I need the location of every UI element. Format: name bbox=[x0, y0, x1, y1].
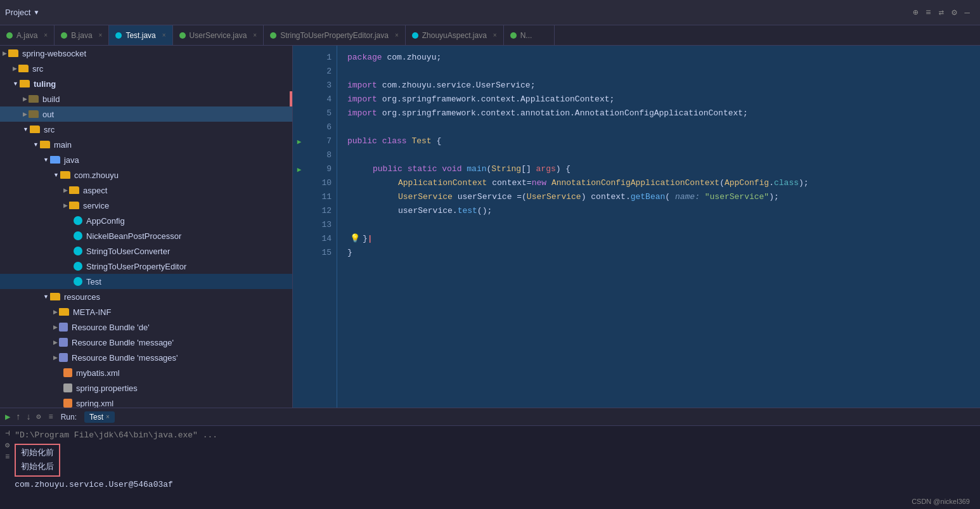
sidebar-label-spring-xml: spring.xml bbox=[76, 399, 113, 408]
tab-close-zhouyu-aspect[interactable]: × bbox=[493, 32, 497, 39]
sidebar-item-aspect[interactable]: ▶ aspect bbox=[0, 183, 292, 198]
line-numbers: 1 2 3 4 5 6 7 8 9 10 11 12 13 14 15 bbox=[306, 46, 337, 408]
bottom-content: ⊣ ⚙ ≡ "D:\Program File\jdk\64\bin\java.e… bbox=[0, 426, 980, 509]
sidebar-item-nickelbean[interactable]: NickelBeanPostProcessor bbox=[0, 228, 292, 243]
filter2-icon[interactable]: ≡ bbox=[5, 453, 10, 461]
tab-test-java[interactable]: Test.java × bbox=[109, 25, 172, 45]
tab-icon-string-editor bbox=[270, 32, 276, 39]
bottom-settings-icon[interactable]: ⚙ bbox=[5, 441, 10, 450]
sidebar-item-build[interactable]: ▶ build bbox=[0, 91, 292, 106]
code-line-13 bbox=[347, 218, 970, 232]
sidebar-label-spring-websocket: spring-websocket bbox=[22, 49, 86, 58]
bundle-icon-messages bbox=[59, 353, 68, 362]
sidebar-item-main[interactable]: ▼ main bbox=[0, 137, 292, 152]
xml-icon-spring bbox=[63, 399, 72, 408]
filter-icon[interactable]: ≡ bbox=[48, 413, 53, 422]
props-icon-spring bbox=[63, 383, 72, 392]
file-icon-nickelbean bbox=[74, 231, 82, 240]
settings-icon[interactable]: ⚙ bbox=[951, 7, 957, 18]
project-dropdown-icon[interactable]: ▼ bbox=[33, 9, 39, 16]
sidebar-item-test[interactable]: Test bbox=[0, 274, 292, 289]
run-icon-line9[interactable]: ▶ bbox=[297, 162, 302, 176]
editor-tab-bar: A.java × B.java × Test.java × UserServic… bbox=[0, 25, 980, 46]
sidebar-item-resources[interactable]: ▼ resources bbox=[0, 289, 292, 304]
tab-userservice-java[interactable]: UserService.java × bbox=[173, 25, 264, 45]
scroll-up-icon[interactable]: ↑ bbox=[15, 412, 20, 422]
folder-icon-comzhouyu bbox=[60, 171, 70, 179]
tab-close-string-editor[interactable]: × bbox=[395, 32, 399, 39]
bottom-tab-test[interactable]: Test × bbox=[84, 411, 115, 423]
tab-a-java[interactable]: A.java × bbox=[0, 25, 55, 45]
tab-icon-more bbox=[510, 32, 517, 39]
tab-icon-zhouyu-aspect bbox=[412, 32, 418, 39]
tab-icon-userservice-java bbox=[179, 32, 186, 39]
file-icon-stringtouserpropertyeditor bbox=[74, 262, 82, 271]
code-line-9: public static void main(String[] args) { bbox=[347, 162, 970, 176]
file-icon-test bbox=[74, 277, 82, 286]
sidebar-label-com-zhouyu: com.zhouyu bbox=[74, 171, 119, 180]
chevron-icon: ▶ bbox=[23, 111, 27, 117]
chevron-icon: ▼ bbox=[13, 81, 18, 87]
run-icon-line7[interactable]: ▶ bbox=[297, 134, 302, 148]
sidebar-item-spring-websocket[interactable]: ▶ spring-websocket bbox=[0, 46, 292, 61]
code-editor[interactable]: ▶ ▶ 1 2 3 4 5 6 7 8 9 10 11 12 bbox=[293, 46, 980, 408]
sidebar-item-meta-inf[interactable]: ▶ META-INF bbox=[0, 304, 292, 319]
list-icon[interactable]: ≡ bbox=[925, 8, 931, 18]
settings-icon[interactable]: ⚙ bbox=[36, 412, 41, 422]
sidebar-item-spring-props[interactable]: spring.properties bbox=[0, 380, 292, 396]
sidebar-label-nickelbean: NickelBeanPostProcessor bbox=[86, 231, 181, 241]
add-icon[interactable]: ⊕ bbox=[913, 7, 918, 18]
tab-close-b-java[interactable]: × bbox=[99, 32, 103, 39]
tab-b-java[interactable]: B.java × bbox=[55, 25, 109, 45]
tab-close-a-java[interactable]: × bbox=[44, 32, 48, 39]
sidebar-item-mybatis-xml[interactable]: mybatis.xml bbox=[0, 365, 292, 380]
sidebar-item-bundle-de[interactable]: ▶ Resource Bundle 'de' bbox=[0, 319, 292, 335]
sidebar-item-spring-xml[interactable]: spring.xml bbox=[0, 396, 292, 408]
scroll-down-icon[interactable]: ↓ bbox=[26, 412, 31, 422]
code-line-4: import org.springframework.context.Appli… bbox=[347, 93, 970, 106]
sidebar-item-tuling[interactable]: ▼ tuling bbox=[0, 76, 292, 91]
tab-more[interactable]: N... bbox=[504, 25, 555, 45]
bottom-left-icons: ⊣ ⚙ ≡ bbox=[5, 428, 10, 506]
folder-icon-out bbox=[29, 110, 39, 118]
folder-icon-aspect bbox=[69, 186, 79, 194]
sidebar-item-src-root[interactable]: ▶ src bbox=[0, 61, 292, 76]
folder-icon-java bbox=[50, 156, 60, 164]
folder-icon-src2 bbox=[30, 126, 40, 133]
chevron-icon: ▶ bbox=[23, 96, 27, 102]
tab-zhouyu-aspect[interactable]: ZhouyuAspect.java × bbox=[406, 25, 504, 45]
tab-stringtouserpropertyeditor[interactable]: StringToUserPropertyEditor.java × bbox=[264, 25, 406, 45]
code-line-10: ApplicationContext context=new Annotatio… bbox=[347, 176, 970, 190]
folder-icon-main bbox=[40, 141, 50, 148]
sidebar-item-stringtouserpropertyeditor[interactable]: StringToUserPropertyEditor bbox=[0, 259, 292, 274]
tab-close-test-java[interactable]: × bbox=[162, 32, 166, 39]
code-line-8 bbox=[347, 148, 970, 162]
left-panel-icon[interactable]: ⊣ bbox=[5, 428, 10, 438]
code-line-1: package com.zhouyu; bbox=[347, 51, 970, 65]
output-line-2: 初始化后 bbox=[21, 460, 54, 474]
project-title[interactable]: Project ▼ bbox=[5, 8, 39, 17]
chevron-icon: ▼ bbox=[43, 293, 49, 300]
sidebar-item-stringtouserconverter[interactable]: StringToUserConverter bbox=[0, 243, 292, 259]
folder-icon-build bbox=[29, 95, 39, 103]
sidebar-item-service[interactable]: ▶ service bbox=[0, 198, 292, 213]
lightbulb-icon[interactable]: 💡 bbox=[350, 232, 360, 246]
top-toolbar-icons: ⊕ ≡ ⇄ ⚙ — bbox=[913, 7, 970, 18]
chevron-icon: ▼ bbox=[23, 126, 29, 132]
sidebar-item-src[interactable]: ▼ src bbox=[0, 122, 292, 137]
code-text[interactable]: package com.zhouyu; import com.zhouyu.se… bbox=[337, 46, 980, 408]
tab-label-b-java: B.java bbox=[71, 31, 92, 40]
sidebar-item-out[interactable]: ▶ out bbox=[0, 106, 292, 122]
swap-icon[interactable]: ⇄ bbox=[939, 7, 944, 18]
bottom-tab-close[interactable]: × bbox=[106, 413, 110, 420]
run-play-icon[interactable]: ▶ bbox=[5, 411, 10, 422]
sidebar-item-appconfig[interactable]: AppConfig bbox=[0, 213, 292, 228]
chevron-icon: ▶ bbox=[53, 339, 58, 345]
sidebar-item-bundle-messages[interactable]: ▶ Resource Bundle 'messages' bbox=[0, 350, 292, 365]
tab-close-userservice-java[interactable]: × bbox=[253, 32, 257, 39]
sidebar-item-java[interactable]: ▼ java bbox=[0, 152, 292, 167]
sidebar-item-com-zhouyu[interactable]: ▼ com.zhouyu bbox=[0, 167, 292, 183]
tab-label-userservice-java: UserService.java bbox=[190, 31, 247, 40]
sidebar-item-bundle-message[interactable]: ▶ Resource Bundle 'message' bbox=[0, 335, 292, 350]
minimize-icon[interactable]: — bbox=[965, 8, 970, 18]
